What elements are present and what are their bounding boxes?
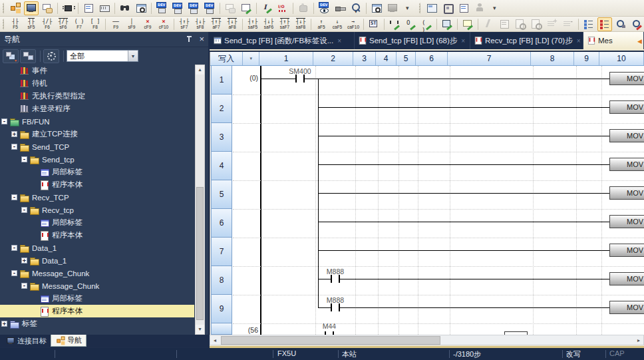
tree-item-recv-tcp-fb[interactable]: - Recv_tcp — [0, 204, 194, 216]
vertical-line-button[interactable]: │ sF9 — [124, 17, 139, 31]
mov-instruction[interactable]: MOV — [609, 100, 644, 114]
find-edit-icon[interactable] — [629, 17, 644, 31]
expand-toggle[interactable]: - — [21, 156, 27, 162]
program-editor-icon[interactable] — [81, 1, 96, 15]
toolbar-overflow-2-icon[interactable] — [488, 1, 503, 15]
parallel-pulse-ndiff-close-button[interactable]: ┤↓├ saF8 — [293, 17, 308, 31]
scroll-left-icon[interactable]: ◂ — [210, 335, 220, 345]
mov-instruction[interactable]: MOV — [609, 215, 644, 228]
scroll-down-icon[interactable]: ▾ — [196, 325, 204, 334]
row-number[interactable] — [211, 323, 232, 335]
verify-edit-icon[interactable] — [239, 1, 253, 15]
tree-item-fb-fun[interactable]: - FB/FUN — [0, 115, 194, 128]
tree-item-no-exec-type[interactable]: 无执行类型指定 — [0, 90, 194, 102]
edit-coil-icon[interactable] — [403, 17, 418, 31]
coil-button[interactable]: ( ) F7 — [72, 17, 86, 31]
application-instruction-button[interactable]: [ ] F8 — [88, 17, 102, 31]
device-comment-icon[interactable] — [40, 1, 55, 15]
scroll-up-icon[interactable]: ▴ — [196, 65, 204, 75]
window-gray-icon[interactable] — [385, 1, 400, 15]
tree-filter-select[interactable]: 全部 ▼ — [67, 50, 138, 62]
expand-toggle[interactable]: - — [11, 245, 17, 251]
tree-item-establish-tcp[interactable]: + 建立TCP连接 — [0, 128, 194, 140]
delete-vertical-line-button[interactable]: × cF10 — [156, 17, 171, 31]
nav-tab-connection-target[interactable]: 连接目标 — [1, 335, 51, 347]
tab-close-icon[interactable]: × — [461, 37, 465, 45]
tree-item-label[interactable]: + 标签 — [0, 317, 194, 330]
find-window-icon[interactable] — [134, 1, 148, 15]
parallel-closed-contact-button[interactable]: ┤/├ sF6 — [56, 17, 71, 31]
io-check-icon[interactable] — [275, 1, 290, 15]
tree-collapse-button[interactable] — [20, 49, 36, 63]
horizontal-scrollbar[interactable]: ◂ ▸ — [210, 335, 644, 345]
expand-toggle[interactable]: + — [21, 258, 27, 264]
device-display-icon[interactable]: ▾ — [154, 1, 169, 15]
label-edit-icon[interactable] — [259, 1, 274, 15]
tree-item-send-program-body[interactable]: 程序本体 — [0, 178, 194, 191]
keyboard-entry-icon[interactable] — [97, 1, 112, 15]
row-number[interactable]: 6 — [211, 209, 232, 238]
delete-horizontal-line-button[interactable]: × cF9 — [140, 17, 155, 31]
row-number[interactable]: 9 — [211, 295, 232, 323]
tree-item-send-tcp-fb[interactable]: - Send_tcp — [0, 153, 194, 166]
rising-pulse-button[interactable]: ┤↑├ sF7 — [177, 17, 192, 31]
row-number[interactable]: 7 — [211, 238, 232, 266]
parallel-falling-pulse-button[interactable]: ┤↓├ aF8 — [225, 17, 240, 31]
lightning-gray-icon[interactable] — [481, 17, 496, 31]
tab-scroll-left-icon[interactable]: ◀ — [635, 32, 644, 51]
write-gray-icon[interactable] — [223, 1, 238, 15]
tree-item-message-chunk[interactable]: - Message_Chunk — [0, 267, 194, 279]
falling-pulse-button[interactable]: ┤↓├ sF8 — [193, 17, 208, 31]
document-gray-icon[interactable] — [497, 17, 512, 31]
row-number[interactable]: 1 — [211, 66, 232, 94]
connection-icon[interactable] — [333, 1, 347, 15]
horizontal-line-button[interactable]: ── F9 — [108, 17, 123, 31]
row-number[interactable]: 2 — [211, 94, 232, 123]
mov-instruction[interactable]: MOV — [609, 129, 644, 142]
scroll-right-icon[interactable]: ▸ — [634, 335, 643, 345]
edit-comment-icon[interactable] — [460, 17, 475, 31]
tree-display-button[interactable] — [3, 49, 19, 63]
tree-item-chunk-program-body[interactable]: 程序本体 — [0, 305, 194, 317]
device-register-icon[interactable] — [186, 1, 201, 15]
nav-tab-navigation[interactable]: 导航 — [51, 335, 86, 347]
settings-button[interactable] — [43, 49, 59, 63]
form-icon[interactable] — [424, 1, 439, 15]
tree-item-unregistered-program[interactable]: 未登录程序 — [0, 102, 194, 115]
row-number[interactable]: 8 — [211, 266, 232, 295]
expand-toggle[interactable]: + — [1, 321, 7, 327]
tab-send-tcp-label-settings[interactable]: Send_tcp [FB] [函数/FB标签设... × — [210, 32, 355, 49]
pulse-ndiff-open-button[interactable]: ┤↑├ saF5 — [245, 17, 260, 31]
parallel-open-contact-button[interactable]: ┤├ sF5 — [24, 17, 39, 31]
edit-paren-icon[interactable] — [419, 17, 434, 31]
open-contact[interactable] — [331, 275, 340, 283]
mov-instruction[interactable]: MOV — [609, 244, 644, 257]
jump-button[interactable]: → caF10 — [346, 17, 361, 31]
parameter-icon[interactable] — [61, 1, 75, 15]
delete-line-gray-icon[interactable] — [561, 17, 575, 31]
tree-item-recv-tcp[interactable]: - Recv_TCP — [0, 191, 194, 204]
edit-contact-icon[interactable] — [387, 17, 402, 31]
device-batch-monitor-icon[interactable] — [170, 1, 185, 15]
device-network-icon[interactable] — [202, 1, 217, 15]
row-number[interactable]: 4 — [211, 152, 232, 180]
option-gray-icon[interactable] — [296, 1, 311, 15]
tree-scrollbar[interactable]: ▴ ▾ — [195, 65, 205, 335]
tree-item-data1-fb[interactable]: + Data_1 — [0, 254, 194, 267]
expand-toggle[interactable]: - — [21, 207, 27, 213]
tree-item-event[interactable]: 事件 — [0, 65, 194, 77]
tree-scrollbar-thumb[interactable] — [196, 187, 204, 320]
tree-item-message-chunk-fb[interactable]: - Message_Chunk — [0, 279, 194, 292]
tree-item-chunk-local-label[interactable]: 局部标签 — [0, 292, 194, 305]
find-icon[interactable] — [118, 1, 132, 15]
toolbar-overflow-icon[interactable] — [401, 1, 416, 15]
tree-item-recv-local-label[interactable]: 局部标签 — [0, 216, 194, 229]
rising-edge-button[interactable]: ↑ aF5 — [314, 17, 329, 31]
open-contact-button[interactable]: ┤├ F5 — [8, 17, 23, 31]
mov-instruction[interactable]: MOV — [609, 186, 644, 200]
tree-item-send-local-label[interactable]: 局部标签 — [0, 166, 194, 178]
tree-item-standby[interactable]: 待机 — [0, 77, 194, 90]
tab-close-icon[interactable]: × — [337, 37, 341, 45]
close-icon[interactable]: × — [199, 35, 204, 43]
window-zoom-icon[interactable] — [369, 1, 384, 15]
